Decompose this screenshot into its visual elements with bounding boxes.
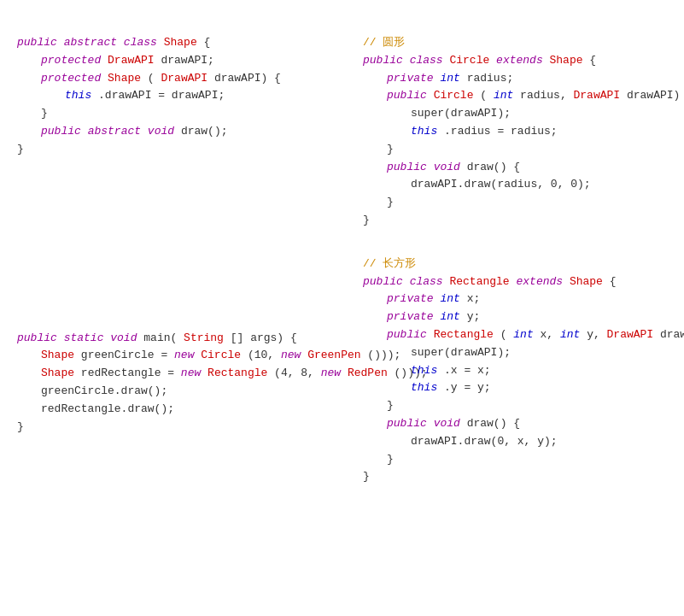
kw-void1: void [148,125,174,138]
line-this-x: this .x = x; [411,362,675,380]
line-close-circle: } [363,212,675,230]
line-close-c-constructor: } [387,141,675,159]
class-shape: Shape [164,36,197,49]
kw-void-r1: void [434,417,460,430]
kw-int-c2: int [494,89,513,102]
line-circle-draw-decl: public void draw() { [387,159,675,177]
kw-public-c1: public [363,54,403,67]
class-rectangle: Rectangle [449,275,509,288]
code-container: public abstract class Shape { protected … [0,0,684,616]
main-block: public static void main( String [] args)… [17,330,337,437]
line-shape-constructor: protected Shape ( DrawAPI drawAPI) { [41,70,337,88]
line-super-r1: super(drawAPI); [411,344,675,362]
line-abstract-draw: public abstract void draw(); [41,123,337,141]
type-drawapi1: DrawAPI [108,54,155,67]
kw-this-r1: this [411,364,437,377]
shape-class-block: public abstract class Shape { protected … [17,34,337,159]
kw-this-r2: this [411,381,437,394]
kw-class-c1: class [410,54,443,67]
class-circle: Circle [449,54,489,67]
kw-void-c1: void [434,161,460,173]
type-shape1: Shape [41,349,74,361]
class-rect2: Rectangle [434,328,494,341]
line-green-circle: Shape greenCircle = new Circle (10, new … [41,347,337,365]
kw-this1: this [65,89,91,102]
line-rect-constructor: public Rectangle ( int x, int y, DrawAPI… [387,326,675,344]
line-circle-decl: public class Circle extends Shape { [363,52,675,70]
line-y-field: private int y; [387,308,675,326]
right-panel: // 圆形 public class Circle extends Shape … [354,17,684,599]
comment-circle: // 圆形 [363,34,675,52]
type-drawapi2: DrawAPI [161,72,208,85]
line-drawapi-draw-circle: drawAPI.draw(radius, 0, 0); [411,176,675,194]
type-string: String [184,331,224,344]
line-close-r-constructor: } [387,397,675,415]
kw-new4: new [321,367,341,379]
class-shape-c1: Shape [550,54,583,67]
type-greenpen: GreenPen [307,349,360,361]
line-red-rect: Shape redRectangle = new Rectangle (4, 8… [41,365,337,383]
line-x-field: private int x; [387,290,675,308]
kw-public3: public [17,331,57,344]
kw-new2: new [281,349,301,361]
kw-extends-r1: extends [516,275,563,288]
kw-this-c1: this [411,125,437,138]
kw-int-r1: int [440,292,459,305]
line-close1: } [41,105,337,123]
line-super-c1: super(drawAPI); [411,105,675,123]
kw-new3: new [181,367,201,379]
circle-class-block: public class Circle extends Shape { priv… [363,52,675,230]
line-drawapi-draw-rect: drawAPI.draw(0, x, y); [411,433,675,451]
type-circle1: Circle [201,349,241,361]
kw-private-c1: private [387,72,434,85]
kw-new1: new [174,349,194,361]
kw-private-r2: private [387,310,434,323]
kw-public-c2: public [387,89,427,102]
class-circle2: Circle [434,89,474,102]
type-drawapi-r1: DrawAPI [607,328,654,341]
type-drawapi-c1: DrawAPI [574,89,621,102]
kw-public2: public [41,125,81,138]
kw-public-r2: public [387,328,427,341]
line-close-rect: } [363,468,675,486]
kw-void2: void [110,331,137,344]
rect-class-block: public class Rectangle extends Shape { p… [363,273,675,487]
kw-public-c3: public [387,161,427,173]
line-this-drawapi: this .drawAPI = drawAPI; [65,87,337,105]
kw-public-r3: public [387,417,427,430]
kw-int-r3: int [513,328,533,341]
kw-int-c1: int [440,72,459,85]
line-close-main: } [17,419,337,437]
comment-rect: // 长方形 [363,255,675,273]
line-rect-decl: public class Rectangle extends Shape { [363,273,675,291]
left-panel: public abstract class Shape { protected … [0,17,354,599]
line-close-c-draw: } [387,194,675,212]
line-close-r-draw: } [387,451,675,469]
line-radius-field: private int radius; [387,70,675,88]
line-rect-draw-decl: public void draw() { [387,415,675,433]
line-close2: } [17,141,337,159]
kw-int-r4: int [560,328,580,341]
kw-public-r1: public [363,275,403,288]
kw-private-r1: private [387,292,434,305]
kw-protected2: protected [41,72,101,85]
line-green-draw: greenCircle.draw(); [41,383,337,401]
line-this-radius: this .radius = radius; [411,123,675,141]
kw-protected1: protected [41,54,101,67]
kw-abstract: abstract [64,36,117,49]
line-shape-decl: public abstract class Shape { [17,34,337,52]
kw-public: public [17,36,57,49]
kw-class: class [124,36,157,49]
line-this-y: this .y = y; [411,379,675,397]
line-drawapi-field: protected DrawAPI drawAPI; [41,52,337,70]
line-circle-constructor: public Circle ( int radius, DrawAPI draw… [387,87,675,105]
kw-extends-c1: extends [496,54,543,67]
type-shape2: Shape [41,367,74,379]
kw-static: static [64,331,104,344]
line-red-draw: redRectangle.draw(); [41,401,337,419]
class-shape-r1: Shape [570,275,603,288]
class-shape2: Shape [108,72,141,85]
kw-class-r1: class [410,275,443,288]
kw-int-r2: int [440,310,459,323]
kw-abstract2: abstract [88,125,141,138]
